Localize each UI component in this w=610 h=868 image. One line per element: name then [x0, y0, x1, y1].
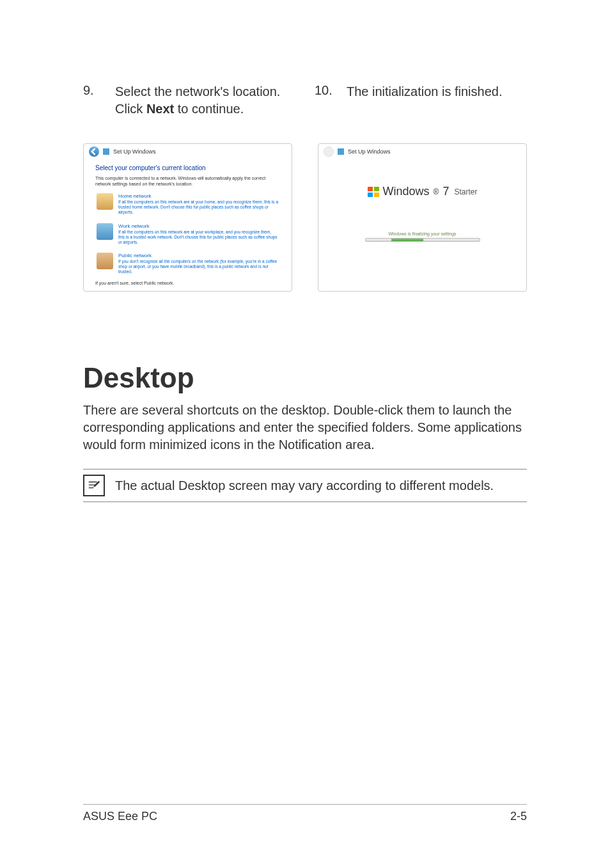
step-text: Select the network's location. Click Nex…	[115, 83, 295, 118]
step-number: 9.	[83, 83, 102, 118]
bold-text: Next	[146, 102, 174, 116]
note-callout: The actual Desktop screen may vary accor…	[83, 469, 527, 502]
option-public-network[interactable]: Public network If you don't recognize al…	[95, 251, 280, 276]
step-10: 10. The initialization is finished.	[315, 83, 527, 118]
arrow-left-icon	[89, 146, 99, 157]
step-number: 10.	[315, 83, 334, 118]
option-description: If all the computers on this network are…	[118, 200, 278, 214]
back-button-disabled	[324, 146, 334, 157]
footer-left: ASUS Eee PC	[83, 810, 157, 823]
prompt-subtitle: This computer is connected to a network.…	[95, 175, 280, 187]
section-body: There are several shortcuts on the deskt…	[83, 402, 527, 454]
back-button[interactable]	[89, 146, 99, 157]
windows-7-logo: Windows ® 7 Starter	[368, 185, 478, 198]
screenshot-finalizing: Set Up Windows Windows ® 7 Starter Windo…	[318, 143, 527, 292]
work-network-icon	[97, 223, 113, 240]
window-title: Set Up Windows	[113, 148, 156, 155]
footer-right: 2-5	[510, 810, 527, 823]
window-icon	[103, 148, 109, 155]
option-text: Home network If all the computers on thi…	[118, 193, 279, 215]
page-footer: ASUS Eee PC 2-5	[83, 804, 527, 823]
option-heading: Home network	[118, 193, 279, 200]
note-icon	[83, 475, 105, 496]
window-body: Windows ® 7 Starter Windows is finalizin…	[318, 159, 526, 242]
option-description: If all the computers on this network are…	[118, 230, 278, 244]
option-heading: Public network	[118, 253, 279, 259]
step-9: 9. Select the network's location. Click …	[83, 83, 295, 118]
hint-text: If you aren't sure, select Public networ…	[95, 281, 280, 285]
option-home-network[interactable]: Home network If all the computers on thi…	[95, 192, 280, 216]
home-network-icon	[97, 193, 113, 210]
window-icon	[338, 148, 344, 155]
brand-edition: Starter	[454, 187, 477, 196]
window-title: Set Up Windows	[348, 148, 391, 155]
option-text: Work network If all the computers on thi…	[118, 223, 279, 245]
window-header: Set Up Windows	[84, 144, 292, 159]
progress-bar	[365, 238, 480, 242]
note-text: The actual Desktop screen may vary accor…	[115, 478, 494, 493]
prompt-title: Select your computer's current location	[95, 164, 280, 171]
pencil-note-icon	[87, 478, 101, 493]
page-content: 9. Select the network's location. Click …	[0, 0, 610, 502]
step-text: The initialization is finished.	[347, 83, 502, 118]
windows-flag-icon	[368, 187, 379, 197]
screenshot-network-location: Set Up Windows Select your computer's cu…	[83, 143, 292, 292]
section-heading: Desktop	[83, 362, 527, 394]
public-network-icon	[97, 253, 113, 269]
option-text: Public network If you don't recognize al…	[118, 253, 279, 274]
step-row: 9. Select the network's location. Click …	[83, 83, 527, 118]
brand-windows: Windows	[383, 185, 430, 198]
brand-seven: 7	[442, 185, 449, 198]
option-heading: Work network	[118, 223, 279, 230]
status-text: Windows is finalizing your settings	[318, 232, 526, 236]
window-body: Select your computer's current location …	[84, 159, 292, 290]
window-header: Set Up Windows	[318, 144, 526, 159]
progress-fill	[391, 239, 423, 241]
option-work-network[interactable]: Work network If all the computers on thi…	[95, 222, 280, 246]
text-fragment: to continue.	[174, 102, 244, 116]
screenshots-row: Set Up Windows Select your computer's cu…	[83, 143, 527, 292]
option-description: If you don't recognize all the computers…	[118, 259, 277, 274]
